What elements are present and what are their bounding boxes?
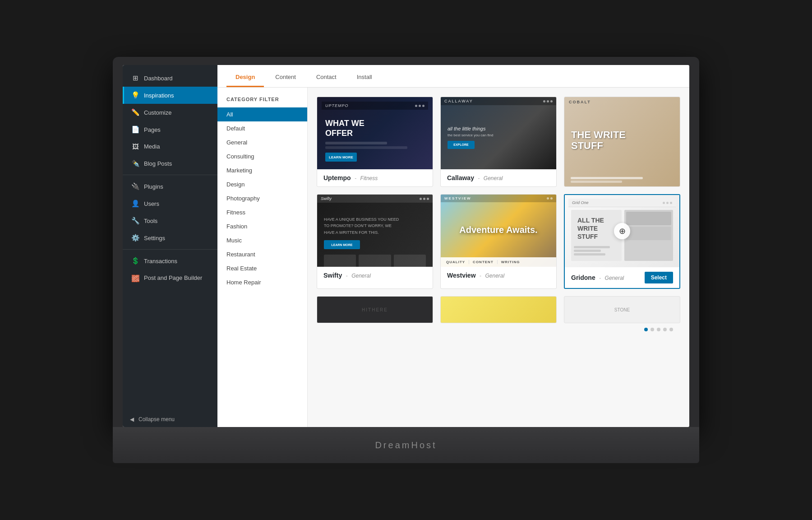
uptempo-nav: UPTEMPO (322, 102, 428, 110)
theme-card-gridone[interactable]: Grid One ALL THE WRITESTUFF (564, 194, 680, 289)
users-icon: 👤 (131, 200, 139, 208)
westview-name-row: Westview - General (441, 267, 556, 284)
swifty-category: General (351, 273, 371, 279)
uptempo-name-group: Uptempo - Fitness (323, 174, 378, 182)
inspirations-icon: 💡 (131, 91, 139, 99)
uptempo-title: WHAT WEOFFER (322, 119, 428, 138)
westview-text: Adventure Awaits. (450, 216, 546, 244)
category-item-all[interactable]: All (217, 107, 307, 121)
content-area: CATEGORY FILTER All Default General Cons… (217, 88, 689, 427)
category-item-photography[interactable]: Photography (217, 191, 307, 205)
pagination-dot-4[interactable] (663, 328, 667, 331)
customize-icon: ✏️ (131, 108, 139, 116)
westview-category: General (485, 273, 504, 279)
sidebar-label-pages: Pages (144, 126, 161, 133)
gridone-name-row: Gridone - General Select (565, 267, 679, 288)
laptop-brand: DreamHost (375, 440, 437, 450)
dashboard-icon: ⊞ (131, 74, 139, 82)
callaway-name-row: Callaway - General (441, 169, 556, 186)
partial-card-1[interactable]: HITHERE (317, 296, 433, 323)
builder-icon: 🧱 (131, 274, 139, 283)
sidebar-divider-2 (123, 249, 217, 250)
cobalt-brand: COBALT (564, 97, 680, 107)
pagination-dot-5[interactable] (669, 328, 673, 331)
sidebar-label-tools: Tools (144, 218, 157, 224)
sidebar-item-post-page-builder[interactable]: 🧱 Post and Page Builder (123, 269, 217, 288)
theme-preview-gridone: Grid One ALL THE WRITESTUFF (565, 195, 679, 267)
tools-icon: 🔧 (131, 217, 139, 225)
zoom-overlay: ⊕ (614, 223, 630, 239)
pagination-dot-1[interactable] (644, 328, 648, 331)
plugins-icon: 🔌 (131, 182, 139, 190)
category-item-fitness[interactable]: Fitness (217, 205, 307, 219)
category-item-general[interactable]: General (217, 135, 307, 149)
blog-posts-icon: ✒️ (131, 159, 139, 167)
category-item-real-estate[interactable]: Real Estate (217, 261, 307, 275)
sidebar-item-inspirations[interactable]: 💡 Inspirations (123, 87, 217, 104)
collapse-icon: ◀ (130, 416, 134, 422)
tab-install[interactable]: Install (348, 68, 381, 87)
tabs-bar: Design Content Contact Install (217, 65, 689, 88)
sidebar-item-dashboard[interactable]: ⊞ Dashboard (123, 70, 217, 87)
sidebar-item-blog-posts[interactable]: ✒️ Blog Posts (123, 155, 217, 172)
theme-preview-cobalt: COBALT THE WRITESTUFF (564, 97, 680, 186)
transactions-icon: 💲 (131, 257, 139, 265)
category-item-marketing[interactable]: Marketing (217, 163, 307, 177)
uptempo-category: Fitness (360, 175, 378, 181)
collapse-menu[interactable]: ◀ Collapse menu (123, 412, 217, 427)
gridone-dots (663, 202, 672, 204)
pagination-dot-3[interactable] (657, 328, 660, 331)
tab-contact[interactable]: Contact (307, 68, 346, 87)
category-filter: CATEGORY FILTER All Default General Cons… (217, 88, 308, 427)
sidebar-item-customize[interactable]: ✏️ Customize (123, 104, 217, 121)
uptempo-name: Uptempo (323, 174, 351, 181)
swifty-name-row: Swifty - General (317, 267, 433, 284)
tab-content[interactable]: Content (266, 68, 305, 87)
sidebar-label-settings: Settings (144, 235, 165, 241)
partial-themes-row: HITHERE STONE (317, 296, 680, 323)
theme-preview-swifty: Swifty HAVE A UNIQUE BUSINESS YOU NEEDTO… (317, 195, 433, 267)
theme-card-callaway[interactable]: callaway all the little things the best … (440, 97, 557, 187)
sidebar-item-pages[interactable]: 📄 Pages (123, 121, 217, 138)
sidebar-label-blog-posts: Blog Posts (144, 160, 172, 167)
gridone-select-button[interactable]: Select (645, 272, 673, 283)
sidebar: ⊞ Dashboard 💡 Inspirations ✏️ Customize … (123, 65, 217, 427)
tab-design[interactable]: Design (226, 68, 264, 87)
category-item-consulting[interactable]: Consulting (217, 149, 307, 163)
swifty-name-group: Swifty - General (323, 271, 371, 279)
main-content: Design Content Contact Install CATEGORY … (217, 65, 689, 427)
theme-card-uptempo[interactable]: UPTEMPO WHAT WEOFFER (317, 97, 433, 187)
callaway-name-group: Callaway - General (447, 174, 503, 182)
category-item-default[interactable]: Default (217, 121, 307, 135)
westview-name: Westview (447, 272, 476, 279)
theme-card-cobalt[interactable]: COBALT THE WRITESTUFF Cobalt (564, 97, 680, 187)
sidebar-item-users[interactable]: 👤 Users (123, 195, 217, 212)
category-item-home-repair[interactable]: Home Repair (217, 275, 307, 289)
theme-card-swifty[interactable]: Swifty HAVE A UNIQUE BUSINESS YOU NEEDTO… (317, 194, 433, 289)
category-item-restaurant[interactable]: Restaurant (217, 247, 307, 261)
gridone-brand-text: Grid One (572, 200, 589, 205)
sidebar-item-plugins[interactable]: 🔌 Plugins (123, 178, 217, 195)
category-item-music[interactable]: Music (217, 233, 307, 247)
category-item-design[interactable]: Design (217, 177, 307, 191)
category-item-fashion[interactable]: Fashion (217, 219, 307, 233)
laptop-base: DreamHost (113, 427, 699, 463)
partial-card-3[interactable]: STONE (564, 296, 680, 323)
sidebar-item-media[interactable]: 🖼 Media (123, 138, 217, 155)
theme-card-westview[interactable]: WESTVIEW Adventure Awaits. QUALITY CONTE… (440, 194, 557, 289)
pagination-dot-2[interactable] (651, 328, 654, 331)
uptempo-name-row: Uptempo - Fitness (317, 169, 433, 186)
sidebar-item-settings[interactable]: ⚙️ Settings (123, 229, 217, 246)
gridone-main-text: ALL THE WRITESTUFF (574, 213, 619, 245)
sidebar-label-dashboard: Dashboard (144, 75, 173, 82)
sidebar-label-inspirations: Inspirations (144, 92, 174, 99)
swifty-text: HAVE A UNIQUE BUSINESS YOU NEEDTO PROMOT… (317, 203, 433, 240)
pages-icon: 📄 (131, 125, 139, 134)
sidebar-item-transactions[interactable]: 💲 Transactions (123, 252, 217, 269)
pagination (317, 323, 680, 336)
sidebar-label-post-page-builder: Post and Page Builder (144, 274, 202, 282)
sidebar-item-tools[interactable]: 🔧 Tools (123, 212, 217, 229)
partial-card-2[interactable] (440, 296, 557, 323)
sidebar-label-customize: Customize (144, 109, 171, 116)
gridone-name-group: Gridone - General (571, 274, 624, 282)
